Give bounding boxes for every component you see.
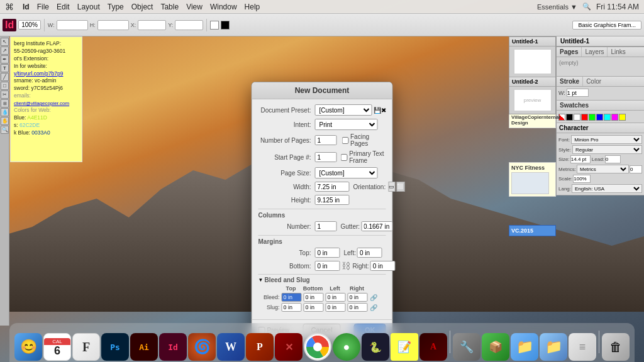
slug-top-input[interactable]: [282, 303, 302, 312]
page-size-select[interactable]: [Custom] Letter Legal A4: [315, 167, 378, 178]
menubar-search[interactable]: 🔍: [582, 3, 591, 11]
toolbar-x-input[interactable]: [138, 20, 166, 30]
dock-fontfile[interactable]: F: [72, 333, 100, 361]
dock-trash[interactable]: 🗑: [602, 333, 630, 361]
dock-tools[interactable]: 🔧: [453, 333, 480, 361]
menu-table[interactable]: Table: [157, 3, 182, 11]
preset-select[interactable]: [Custom]: [315, 104, 372, 116]
leading-input[interactable]: [605, 155, 621, 163]
font-size-input[interactable]: [570, 155, 591, 163]
tool-scissors[interactable]: ✂: [1, 90, 9, 99]
apple-menu[interactable]: ⌘: [5, 2, 14, 12]
menu-file[interactable]: File: [33, 3, 53, 11]
bleed-right-input[interactable]: [348, 293, 368, 302]
menu-window[interactable]: Window: [206, 3, 241, 11]
doc-thumb-untitled1[interactable]: Untitled-1: [509, 37, 555, 47]
menu-help[interactable]: Help: [241, 3, 264, 11]
dock-list[interactable]: ≡: [569, 333, 596, 361]
margin-bottom-input[interactable]: [315, 261, 340, 271]
bleed-chain-icon[interactable]: 🔗: [370, 294, 377, 301]
font-style-select[interactable]: Regular: [572, 145, 642, 154]
bleed-slug-toggle[interactable]: ▼ Bleed and Slug: [258, 274, 386, 283]
swatch-green[interactable]: [589, 114, 596, 121]
facing-pages-checkbox[interactable]: [341, 137, 348, 144]
dock-cross[interactable]: ✕: [275, 333, 303, 361]
dock-finder[interactable]: 😊: [14, 333, 42, 361]
swatch-cyan[interactable]: [604, 114, 611, 121]
toolbar-y-input[interactable]: [175, 20, 203, 30]
landscape-btn[interactable]: ⬜: [396, 182, 404, 192]
margin-top-input[interactable]: [315, 248, 340, 258]
swatch-magenta[interactable]: [611, 114, 618, 121]
dock-calendar[interactable]: CAL 6: [43, 333, 71, 361]
tool-free-transform[interactable]: ⊞: [1, 99, 9, 107]
app-name[interactable]: Id: [19, 3, 33, 11]
dock-folder1[interactable]: 📁: [511, 333, 538, 361]
swatch-yellow[interactable]: [619, 114, 626, 121]
tab-links[interactable]: Links: [608, 47, 628, 57]
dock-chrome[interactable]: [304, 333, 331, 361]
dock-green-circle[interactable]: ●: [333, 333, 360, 361]
tool-pen[interactable]: ✒: [1, 55, 9, 63]
tab-color[interactable]: Color: [583, 77, 604, 86]
dock-photoshop[interactable]: Ps: [101, 333, 129, 361]
primary-text-checkbox[interactable]: [340, 154, 347, 161]
menu-edit[interactable]: Edit: [53, 3, 74, 11]
cols-number-input[interactable]: [315, 221, 337, 231]
dock-stickies[interactable]: 📝: [391, 333, 418, 361]
toolbar-char-style[interactable]: Basic Graphics Fram...: [572, 21, 641, 30]
font-select[interactable]: Minion Pro: [571, 135, 642, 144]
tool-eyedropper[interactable]: 💧: [1, 108, 9, 116]
slug-bottom-input[interactable]: [304, 303, 324, 312]
tool-type[interactable]: T: [1, 64, 9, 72]
dock-word[interactable]: W: [217, 333, 245, 361]
dock-swirl[interactable]: 🌀: [188, 333, 216, 361]
intent-select[interactable]: Print Web Digital Publishing: [315, 119, 378, 130]
slug-right-input[interactable]: [348, 303, 368, 312]
width-input[interactable]: [315, 182, 350, 192]
tool-select[interactable]: ↖: [1, 38, 9, 46]
tab-swatches[interactable]: Swatches: [557, 101, 592, 110]
menu-type[interactable]: Type: [104, 3, 128, 11]
chain-icon[interactable]: ⛓: [341, 261, 350, 271]
tab-stroke[interactable]: Stroke: [557, 77, 583, 86]
stroke-weight-input[interactable]: [567, 89, 589, 97]
toolbar-stroke[interactable]: [221, 21, 230, 30]
lang-select[interactable]: English: USA: [572, 184, 642, 193]
dock-publisher[interactable]: P: [246, 333, 274, 361]
tab-pages[interactable]: Pages: [557, 47, 582, 57]
tracking-input[interactable]: [630, 165, 642, 173]
preset-save-icon[interactable]: 💾: [374, 107, 381, 114]
toolbar-fill[interactable]: [210, 21, 219, 30]
toolbar-width-input[interactable]: [57, 20, 88, 30]
preset-delete-icon[interactable]: ✖: [381, 107, 386, 114]
bleed-bottom-input[interactable]: [304, 293, 324, 302]
slug-left-input[interactable]: [326, 303, 346, 312]
untitled1-tab[interactable]: Untitled-1: [560, 38, 589, 45]
gutter-input[interactable]: [361, 221, 392, 231]
portrait-btn[interactable]: ▭: [388, 182, 395, 192]
tool-line[interactable]: ╱: [1, 73, 9, 81]
margin-right-input[interactable]: [370, 261, 396, 271]
dock-snake[interactable]: 🐍: [362, 333, 389, 361]
bleed-left-input[interactable]: [326, 293, 346, 302]
bleed-top-input[interactable]: [282, 293, 302, 302]
swatch-red[interactable]: [581, 114, 588, 121]
menu-object[interactable]: Object: [128, 3, 157, 11]
swatch-black[interactable]: [566, 114, 573, 121]
doc-thumb-untitled2[interactable]: Untitled-2: [509, 77, 555, 87]
scale-input[interactable]: [573, 175, 591, 183]
menu-view[interactable]: View: [182, 3, 206, 11]
tool-rect[interactable]: □: [1, 82, 9, 90]
dock-indesign[interactable]: Id: [159, 333, 187, 361]
slug-chain-icon[interactable]: 🔗: [370, 304, 377, 311]
metrics-select[interactable]: Metrics: [577, 165, 629, 173]
toolbar-zoom[interactable]: 100%: [18, 20, 41, 30]
dock-zip[interactable]: 📦: [482, 333, 509, 361]
tool-zoom[interactable]: 🔍: [1, 126, 9, 134]
toolbar-height-input[interactable]: [97, 20, 129, 30]
dock-acrobat[interactable]: A: [419, 333, 447, 361]
tool-direct[interactable]: ↗: [1, 47, 9, 55]
height-input[interactable]: [315, 195, 350, 205]
swatch-blue[interactable]: [596, 114, 603, 121]
